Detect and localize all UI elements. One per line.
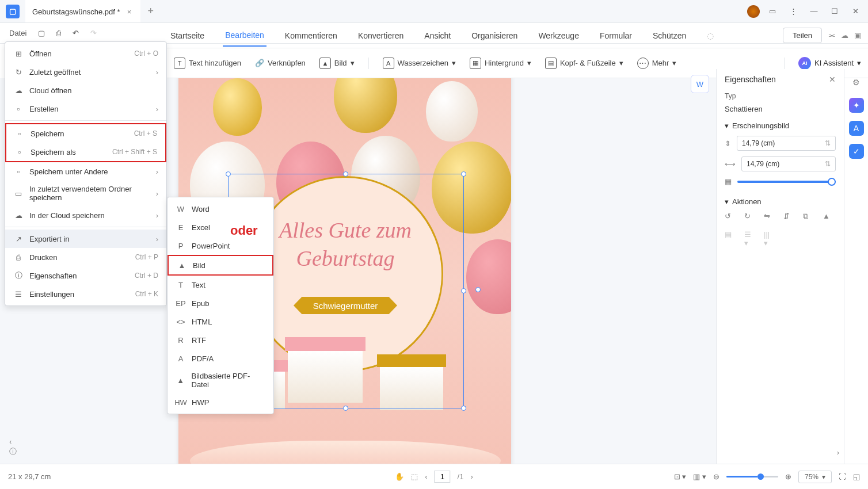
file-menu-button[interactable]: Datei bbox=[5, 26, 31, 40]
background-tool[interactable]: ▦Hintergrund▾ bbox=[470, 58, 531, 69]
tab-formular[interactable]: Formular bbox=[597, 25, 634, 46]
export-image-pdf[interactable]: ▲Bildbasierte PDF-Datei bbox=[167, 368, 273, 393]
rotate-left-icon[interactable]: ↺ bbox=[725, 212, 736, 223]
watermark-tool[interactable]: AWasserzeichen▾ bbox=[383, 58, 456, 69]
check-rail-icon[interactable]: ✓ bbox=[849, 144, 864, 159]
maximize-icon[interactable]: ☐ bbox=[827, 3, 843, 20]
menu-export[interactable]: ↗Exportiert in› bbox=[5, 230, 166, 248]
zoom-out-icon[interactable]: ⊖ bbox=[713, 472, 719, 481]
lightbulb-icon[interactable]: ◌ bbox=[705, 25, 716, 46]
resize-handle[interactable] bbox=[461, 171, 466, 177]
print-icon[interactable]: ⎙ bbox=[52, 26, 66, 40]
share-icon[interactable]: ⫘ bbox=[828, 31, 835, 40]
close-tab-icon[interactable]: × bbox=[124, 7, 134, 17]
rotate-handle[interactable] bbox=[475, 287, 481, 292]
fit-icon[interactable]: ◱ bbox=[853, 472, 860, 481]
notification-icon[interactable]: ▭ bbox=[764, 3, 781, 20]
tab-werkzeuge[interactable]: Werkzeuge bbox=[536, 25, 581, 46]
menu-save-as[interactable]: ▫Speichern alsCtrl + Shift + S bbox=[6, 143, 165, 161]
tab-ansicht[interactable]: Ansicht bbox=[422, 25, 453, 46]
stepper-icon[interactable]: ⇅ bbox=[825, 139, 831, 147]
tab-konvertieren[interactable]: Konvertieren bbox=[356, 25, 406, 46]
select-tool-icon[interactable]: ⬚ bbox=[411, 472, 418, 481]
export-hwp[interactable]: HWHWP bbox=[167, 393, 273, 411]
read-mode-icon[interactable]: ▥ ▾ bbox=[693, 472, 706, 481]
menu-create[interactable]: ▫Erstellen› bbox=[5, 100, 166, 118]
kebab-menu-icon[interactable]: ⋮ bbox=[785, 3, 801, 20]
menu-save-recent-folder[interactable]: ▭In zuletzt verwendetem Ordner speichern… bbox=[5, 181, 166, 206]
undo-icon[interactable]: ↶ bbox=[68, 26, 83, 40]
menu-cloud-open[interactable]: ☁Cloud öffnen bbox=[5, 81, 166, 100]
translate-rail-icon[interactable]: A bbox=[849, 121, 864, 136]
stepper-icon[interactable]: ⇅ bbox=[825, 160, 831, 168]
close-panel-icon[interactable]: ✕ bbox=[829, 75, 836, 84]
export-image[interactable]: ▲Bild bbox=[167, 255, 273, 276]
export-rtf[interactable]: RRTF bbox=[167, 331, 273, 349]
word-badge-icon[interactable]: W bbox=[691, 75, 709, 93]
close-window-icon[interactable]: ✕ bbox=[847, 3, 863, 20]
slider-thumb[interactable] bbox=[828, 178, 836, 186]
add-text-tool[interactable]: TText hinzufügen bbox=[174, 58, 241, 69]
fullscreen-icon[interactable]: ⛶ bbox=[839, 472, 846, 481]
export-powerpoint[interactable]: PPowerPoint bbox=[167, 236, 273, 255]
tab-schuetzen[interactable]: Schützen bbox=[650, 25, 688, 46]
menu-properties[interactable]: ⓘEigenschaftenCtrl + D bbox=[5, 266, 166, 285]
minimize-icon[interactable]: — bbox=[806, 3, 822, 20]
resize-handle[interactable] bbox=[461, 288, 466, 293]
forward-icon[interactable]: › bbox=[837, 448, 839, 457]
export-word[interactable]: WWord bbox=[167, 200, 273, 218]
menu-save-cloud[interactable]: ☁In der Cloud speichern› bbox=[5, 206, 166, 224]
hand-tool-icon[interactable]: ✋ bbox=[395, 472, 404, 481]
opacity-slider[interactable] bbox=[737, 181, 836, 183]
crop-icon[interactable]: ⧉ bbox=[803, 212, 814, 223]
replace-icon[interactable]: ▲ bbox=[823, 212, 834, 223]
ai-assistant-tool[interactable]: AIKI Assistent▾ bbox=[798, 57, 861, 70]
chevron-down-icon[interactable]: ▾ bbox=[725, 197, 729, 206]
new-tab-button[interactable]: + bbox=[140, 5, 161, 17]
page-number-input[interactable] bbox=[435, 471, 451, 483]
settings-rail-icon[interactable]: ⚙ bbox=[849, 75, 864, 90]
tab-startseite[interactable]: Startseite bbox=[168, 25, 207, 46]
back-icon[interactable]: ‹ bbox=[9, 437, 12, 457]
more-tool[interactable]: ⋯Mehr▾ bbox=[637, 58, 677, 69]
zoom-dropdown[interactable]: 75%▾ bbox=[798, 471, 832, 483]
width-input[interactable]: 14,79 (cm)⇅ bbox=[741, 156, 836, 171]
next-page-icon[interactable]: › bbox=[470, 472, 473, 481]
header-footer-tool[interactable]: ▤Kopf- & Fußzeile▾ bbox=[545, 58, 623, 69]
resize-handle[interactable] bbox=[226, 171, 231, 177]
resize-handle[interactable] bbox=[461, 406, 466, 411]
view-mode-icon[interactable]: ⊡ ▾ bbox=[674, 472, 687, 481]
open-icon[interactable]: ▢ bbox=[33, 26, 50, 40]
tab-kommentieren[interactable]: Kommentieren bbox=[283, 25, 340, 46]
export-pdfa[interactable]: APDF/A bbox=[167, 349, 273, 368]
export-epub[interactable]: EPEpub bbox=[167, 294, 273, 312]
prev-page-icon[interactable]: ‹ bbox=[425, 472, 427, 481]
share-button[interactable]: Teilen bbox=[783, 28, 822, 43]
menu-save[interactable]: ▫SpeichernCtrl + S bbox=[6, 124, 165, 143]
zoom-slider[interactable] bbox=[726, 476, 778, 477]
collapse-ribbon-icon[interactable]: ▣ bbox=[854, 31, 861, 40]
resize-handle[interactable] bbox=[343, 406, 348, 411]
link-tool[interactable]: 🔗Verknüpfen bbox=[255, 59, 306, 67]
rotate-right-icon[interactable]: ↻ bbox=[744, 212, 756, 223]
resize-handle[interactable] bbox=[343, 171, 348, 177]
document-tab[interactable]: Geburtstagswünsche.pdf * × bbox=[25, 0, 140, 22]
cloud-upload-icon[interactable]: ☁ bbox=[841, 31, 848, 40]
flip-h-icon[interactable]: ⇋ bbox=[764, 212, 775, 223]
ai-rail-icon[interactable]: ✦ bbox=[849, 98, 864, 113]
image-tool[interactable]: ▲Bild▾ bbox=[319, 58, 355, 69]
tab-bearbeiten[interactable]: Bearbeiten bbox=[223, 25, 267, 47]
zoom-thumb[interactable] bbox=[757, 473, 764, 480]
flip-v-icon[interactable]: ⇵ bbox=[783, 212, 795, 223]
menu-recent[interactable]: ↻Zuletzt geöffnet› bbox=[5, 63, 166, 81]
menu-save-other[interactable]: ▫Speichern unter Andere› bbox=[5, 162, 166, 181]
menu-open[interactable]: ⊞ÖffnenCtrl + O bbox=[5, 44, 166, 63]
menu-print[interactable]: ⎙DruckenCtrl + P bbox=[5, 248, 166, 266]
redo-icon[interactable]: ↷ bbox=[86, 26, 101, 40]
export-html[interactable]: <>HTML bbox=[167, 312, 273, 331]
chevron-down-icon[interactable]: ▾ bbox=[725, 121, 729, 130]
tab-organisieren[interactable]: Organisieren bbox=[469, 25, 520, 46]
export-text[interactable]: TText bbox=[167, 276, 273, 294]
menu-settings[interactable]: ☰EinstellungenCtrl + K bbox=[5, 285, 166, 303]
zoom-in-icon[interactable]: ⊕ bbox=[785, 472, 791, 481]
